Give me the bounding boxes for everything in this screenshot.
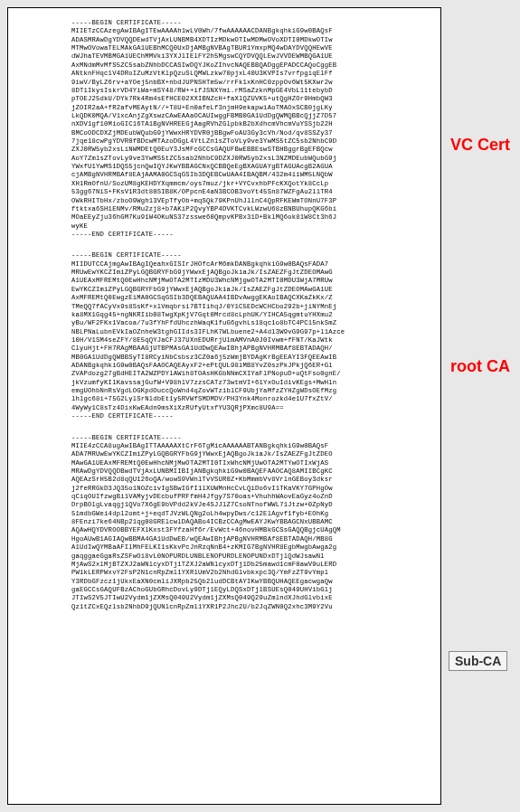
cert-block-root: -----BEGIN CERTIFICATE----- MIIDUTCCAjmg… xyxy=(71,251,431,420)
label-sub-ca: Sub-CA xyxy=(449,651,507,671)
document-container: -----BEGIN CERTIFICATE----- MIIETzCCAzeg… xyxy=(7,7,441,805)
label-root-ca: root CA xyxy=(450,357,510,376)
cert-block-sub: -----BEGIN CERTIFICATE----- MIIE4zCCA8ug… xyxy=(71,434,431,612)
cert-block-vc: -----BEGIN CERTIFICATE----- MIIETzCCAzeg… xyxy=(71,19,431,239)
label-vc-cert: VC Cert xyxy=(450,136,510,155)
